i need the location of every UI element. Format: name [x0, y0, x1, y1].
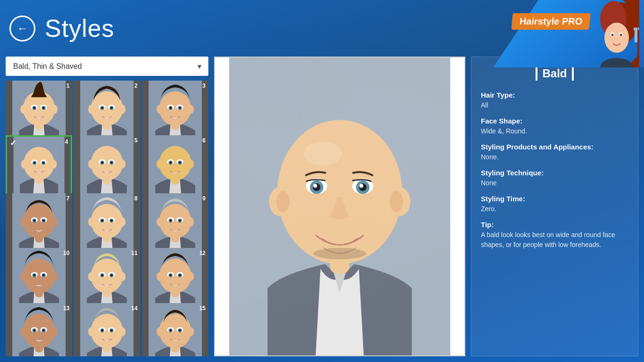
style-number: 5	[134, 137, 138, 144]
style-item[interactable]: 6	[142, 135, 208, 202]
svg-point-21	[42, 107, 44, 109]
style-face-svg	[142, 303, 208, 356]
svg-point-141	[169, 274, 171, 276]
tip-section: Tip: A bald look looks best on wide and …	[481, 221, 628, 250]
hair-type-label: Hair Type:	[481, 91, 628, 99]
svg-point-48	[24, 147, 54, 180]
svg-point-147	[23, 313, 55, 348]
style-number: 15	[199, 305, 206, 312]
style-number: 4	[65, 139, 68, 145]
svg-point-65	[111, 162, 113, 164]
style-number: 10	[63, 250, 69, 256]
products-label: Styling Products and Appliances:	[481, 143, 628, 151]
time-value: Zero.	[481, 204, 628, 214]
svg-point-144	[187, 272, 194, 281]
svg-point-42	[169, 107, 171, 109]
style-item[interactable]: 15	[142, 303, 208, 356]
svg-point-130	[101, 274, 103, 276]
brand-avatar	[587, 0, 644, 67]
svg-point-86	[33, 220, 35, 222]
tip-label: Tip:	[481, 221, 628, 229]
svg-point-193	[390, 191, 404, 212]
svg-point-158	[91, 313, 123, 348]
main-content: Bald, Thin & Shaved Short Styles Medium …	[0, 57, 644, 362]
style-number: 6	[202, 137, 206, 144]
svg-point-54	[42, 162, 44, 164]
svg-point-23	[51, 105, 58, 114]
svg-point-110	[157, 217, 163, 227]
style-name-title: Bald	[542, 67, 567, 80]
svg-point-180	[277, 120, 402, 264]
svg-point-100	[119, 217, 125, 227]
svg-point-81	[23, 204, 55, 238]
svg-point-59	[91, 146, 123, 181]
svg-point-119	[33, 274, 35, 276]
style-number: 13	[63, 305, 69, 312]
svg-point-76	[179, 162, 181, 164]
time-section: Styling Time: Zero.	[481, 195, 628, 214]
svg-point-31	[101, 107, 103, 109]
style-number: 2	[134, 82, 138, 89]
svg-point-22	[20, 105, 27, 114]
style-item[interactable]: 14	[74, 303, 140, 356]
svg-point-174	[169, 329, 171, 331]
svg-point-78	[187, 159, 194, 169]
svg-point-97	[101, 220, 103, 222]
svg-point-152	[33, 329, 35, 331]
svg-point-194	[313, 248, 366, 259]
app-brand-label: Hairstyle PRO	[511, 13, 590, 30]
face-shape-section: Face Shape: Wide &, Round.	[481, 117, 628, 136]
header-bar-left	[536, 66, 537, 81]
style-item[interactable]: 13	[6, 303, 72, 356]
svg-point-5	[611, 34, 614, 36]
style-face-svg	[74, 135, 140, 202]
style-item[interactable]: 5	[74, 135, 140, 202]
selected-check-icon: ✓	[10, 139, 16, 148]
back-icon: ←	[17, 22, 28, 35]
svg-point-154	[20, 327, 27, 336]
style-number: 9	[202, 195, 206, 202]
svg-point-89	[51, 217, 58, 227]
style-item[interactable]: 4 ✓	[6, 135, 72, 202]
large-face-preview	[215, 58, 464, 355]
svg-rect-9	[634, 27, 635, 30]
svg-point-103	[159, 204, 191, 238]
svg-point-37	[159, 91, 191, 126]
svg-point-70	[159, 146, 191, 181]
preview-panel	[214, 57, 465, 356]
svg-point-67	[119, 159, 125, 169]
svg-point-177	[187, 327, 194, 336]
svg-point-99	[88, 217, 95, 227]
left-panel: Bald, Thin & Shaved Short Styles Medium …	[6, 57, 208, 356]
style-category-dropdown[interactable]: Bald, Thin & Shaved Short Styles Medium …	[6, 57, 208, 76]
svg-point-55	[21, 160, 28, 169]
svg-point-88	[20, 217, 27, 227]
header: ← Styles Hairstyle PRO	[0, 0, 644, 57]
technique-value: None	[481, 178, 628, 188]
svg-point-108	[169, 220, 171, 222]
svg-rect-8	[635, 28, 637, 42]
svg-rect-11	[636, 27, 637, 30]
back-button[interactable]: ←	[9, 16, 35, 41]
style-grid: 1 2	[6, 81, 208, 356]
style-face-svg	[6, 303, 72, 356]
face-shape-value: Wide &, Round.	[481, 126, 628, 136]
svg-point-181	[304, 141, 342, 165]
page-title: Styles	[45, 14, 115, 42]
style-face-svg	[74, 303, 140, 356]
svg-point-165	[88, 327, 95, 336]
time-label: Styling Time:	[481, 195, 628, 203]
right-panel: Bald Hair Type: All Face Shape: Wide &, …	[471, 57, 638, 356]
svg-point-120	[42, 274, 44, 276]
svg-point-26	[91, 91, 123, 126]
branding-area: Hairstyle PRO	[493, 0, 644, 67]
style-number: 3	[202, 82, 206, 89]
svg-point-131	[111, 274, 113, 276]
svg-point-64	[101, 162, 103, 164]
svg-point-2	[604, 23, 629, 53]
hair-type-value: All	[481, 100, 628, 110]
dropdown-container: Bald, Thin & Shaved Short Styles Medium …	[6, 57, 208, 76]
style-number: 8	[134, 195, 138, 202]
svg-point-169	[159, 313, 191, 348]
svg-point-32	[111, 107, 113, 109]
